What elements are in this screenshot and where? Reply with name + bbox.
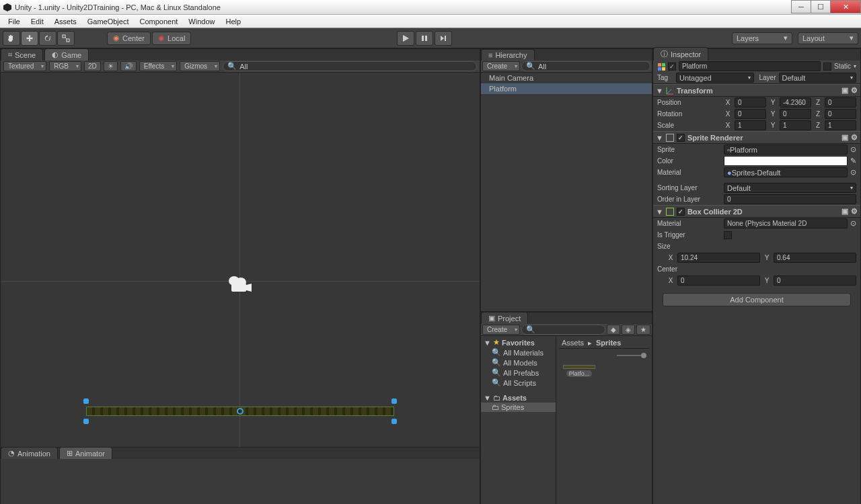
rotation-x-input[interactable]: 0 xyxy=(735,109,766,119)
hierarchy-create-dropdown[interactable]: Create xyxy=(482,61,520,71)
filter-button[interactable]: ◆ xyxy=(607,325,620,335)
component-enabled-checkbox[interactable]: ✓ xyxy=(677,208,685,216)
tab-animation[interactable]: ◔Animation xyxy=(1,447,58,459)
static-checkbox[interactable] xyxy=(823,62,831,71)
scale-z-input[interactable]: 1 xyxy=(825,120,856,130)
favorite-all-models[interactable]: 🔍All Models xyxy=(481,358,556,368)
shading-mode-dropdown[interactable]: Textured xyxy=(3,61,46,71)
is-trigger-checkbox[interactable] xyxy=(724,231,732,239)
sprites-folder[interactable]: 🗀Sprites xyxy=(481,403,556,412)
hierarchy-item-main-camera[interactable]: Main Camera xyxy=(481,73,652,83)
breadcrumb-sprites[interactable]: Sprites xyxy=(596,339,621,347)
hierarchy-search-input[interactable]: 🔍All xyxy=(521,61,650,71)
position-x-input[interactable]: 0 xyxy=(735,97,766,108)
project-search-input[interactable]: 🔍 xyxy=(521,325,605,335)
gear-icon[interactable]: ⚙ xyxy=(851,86,858,95)
assets-folder[interactable]: ▼🗀Assets xyxy=(481,393,556,403)
favorite-all-materials[interactable]: 🔍All Materials xyxy=(481,347,556,358)
add-component-button[interactable]: Add Component xyxy=(663,293,851,306)
color-field[interactable] xyxy=(724,156,848,166)
menu-window[interactable]: Window xyxy=(183,17,220,26)
component-sprite-renderer-header[interactable]: ▼ ✓ Sprite Renderer ▣⚙ xyxy=(653,131,860,144)
audio-toggle[interactable]: 🔊 xyxy=(120,61,137,71)
gizmos-dropdown[interactable]: Gizmos xyxy=(180,61,220,71)
menu-edit[interactable]: Edit xyxy=(26,17,49,26)
camera-gizmo-icon[interactable] xyxy=(227,274,252,293)
scale-y-input[interactable]: 1 xyxy=(780,120,811,130)
favorites-header[interactable]: ▼★Favorites xyxy=(481,337,556,347)
menu-file[interactable]: File xyxy=(3,17,26,26)
collider-center-y-input[interactable]: 0 xyxy=(774,276,856,286)
breadcrumb-assets[interactable]: Assets xyxy=(562,339,584,347)
object-picker-icon[interactable]: ⊙ xyxy=(850,145,856,154)
resize-handle[interactable] xyxy=(391,398,397,404)
rotation-z-input[interactable]: 0 xyxy=(825,109,856,119)
2d-toggle[interactable]: 2D xyxy=(84,61,101,71)
selected-object-platform[interactable] xyxy=(86,401,394,421)
active-checkbox[interactable]: ✓ xyxy=(668,62,676,71)
gear-icon[interactable]: ⚙ xyxy=(851,207,858,216)
tab-project[interactable]: ▣Project xyxy=(481,312,528,324)
center-handle[interactable] xyxy=(237,408,244,415)
layout-dropdown[interactable]: Layout▾ xyxy=(798,32,858,44)
pivot-toggle[interactable]: ◉Center xyxy=(107,32,151,45)
component-enabled-checkbox[interactable]: ✓ xyxy=(677,134,685,142)
position-z-input[interactable]: 0 xyxy=(825,97,856,108)
menu-assets[interactable]: Assets xyxy=(49,17,82,26)
help-icon[interactable]: ▣ xyxy=(841,133,848,142)
material-field[interactable]: ●Sprites-Default xyxy=(724,167,848,177)
position-y-input[interactable]: -4.2360 xyxy=(780,97,811,108)
move-tool-button[interactable] xyxy=(21,31,38,46)
resize-handle[interactable] xyxy=(83,398,89,404)
menu-gameobject[interactable]: GameObject xyxy=(82,17,135,26)
tab-animator[interactable]: ⊞Animator xyxy=(59,447,112,459)
component-box-collider-header[interactable]: ▼ ✓ Box Collider 2D ▣⚙ xyxy=(653,205,860,218)
favorite-all-prefabs[interactable]: 🔍All Prefabs xyxy=(481,368,556,378)
tag-dropdown[interactable]: Untagged▾ xyxy=(676,73,754,83)
menu-help[interactable]: Help xyxy=(220,17,246,26)
rotate-tool-button[interactable] xyxy=(39,31,57,46)
object-name-input[interactable]: Platform xyxy=(679,61,821,71)
pause-button[interactable] xyxy=(416,31,433,46)
physics-material-field[interactable]: None (Physics Material 2D xyxy=(724,218,848,228)
scene-viewport[interactable] xyxy=(1,73,480,447)
space-toggle[interactable]: ◉Local xyxy=(152,32,191,45)
filter-button[interactable]: ◈ xyxy=(622,325,635,335)
asset-platform[interactable]: Platfo... xyxy=(559,362,599,380)
sprite-field[interactable]: ▫Platform xyxy=(724,144,848,155)
layers-dropdown[interactable]: Layers▾ xyxy=(732,32,792,44)
collider-size-x-input[interactable]: 10.24 xyxy=(677,253,760,263)
tab-game[interactable]: ◐Game xyxy=(44,48,89,60)
scale-x-input[interactable]: 1 xyxy=(735,120,766,130)
tab-hierarchy[interactable]: ≡Hierarchy xyxy=(481,49,535,60)
tab-scene[interactable]: ⌗Scene xyxy=(1,48,43,60)
rotation-y-input[interactable]: 0 xyxy=(780,109,811,119)
resize-handle[interactable] xyxy=(391,419,397,424)
close-button[interactable]: ✕ xyxy=(830,0,861,13)
help-icon[interactable]: ▣ xyxy=(841,86,848,95)
minimize-button[interactable]: ─ xyxy=(791,0,811,13)
render-mode-dropdown[interactable]: RGB xyxy=(49,61,81,71)
object-picker-icon[interactable]: ⊙ xyxy=(850,168,856,177)
lighting-toggle[interactable]: ☀ xyxy=(104,61,118,71)
tab-inspector[interactable]: ⓘInspector xyxy=(653,47,708,60)
eyedropper-icon[interactable]: ✎ xyxy=(850,157,856,165)
menu-component[interactable]: Component xyxy=(134,17,183,26)
save-search-button[interactable]: ★ xyxy=(636,325,650,335)
collider-center-x-input[interactable]: 0 xyxy=(677,276,760,286)
collider-size-y-input[interactable]: 0.64 xyxy=(774,253,856,263)
component-transform-header[interactable]: ▼ Transform ▣⚙ xyxy=(653,84,860,97)
step-button[interactable] xyxy=(435,31,452,46)
hand-tool-button[interactable] xyxy=(3,31,20,46)
effects-dropdown[interactable]: Effects xyxy=(139,61,177,71)
maximize-button[interactable]: ☐ xyxy=(811,0,831,13)
hierarchy-item-platform[interactable]: Platform xyxy=(481,83,652,94)
thumbnail-size-slider[interactable] xyxy=(617,355,644,356)
resize-handle[interactable] xyxy=(83,419,89,424)
play-button[interactable] xyxy=(397,31,414,46)
sorting-layer-dropdown[interactable]: Default▾ xyxy=(724,183,856,193)
scene-search-input[interactable]: 🔍All xyxy=(223,61,477,71)
order-in-layer-input[interactable]: 0 xyxy=(724,194,856,204)
gear-icon[interactable]: ⚙ xyxy=(851,133,858,142)
layer-dropdown[interactable]: Default▾ xyxy=(779,73,857,83)
